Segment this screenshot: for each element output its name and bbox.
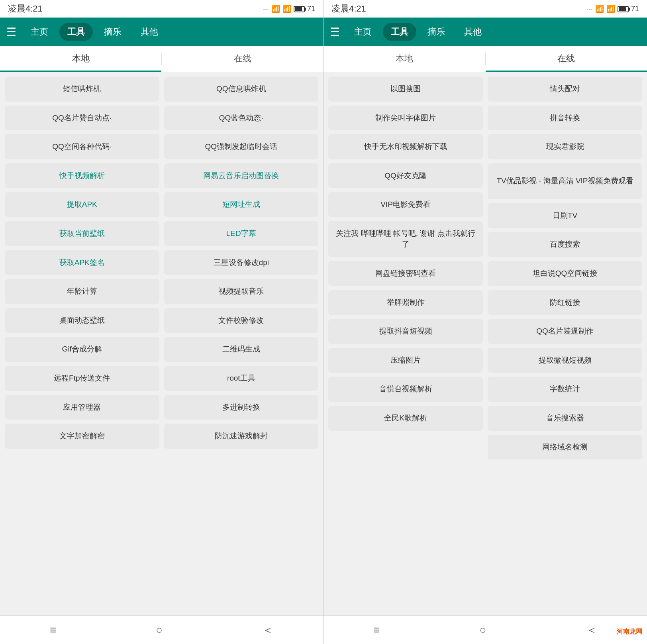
online-item-1[interactable]: QQ蓝色动态· — [164, 106, 319, 131]
menu-icon-right[interactable]: ☰ — [330, 26, 340, 39]
local-item-4[interactable]: 提取APK — [5, 192, 159, 217]
bottom-home-btn-right[interactable]: ○ — [470, 620, 496, 640]
local-item-7[interactable]: 年龄计算 — [5, 279, 159, 304]
local-item-11[interactable]: 应用管理器 — [5, 395, 159, 420]
local-item-5[interactable]: 获取当前壁纸 — [5, 221, 159, 246]
nav-bar-left: ☰ 主页 工具 摘乐 其他 — [0, 18, 323, 46]
local-item-2[interactable]: QQ空间各种代码· — [5, 134, 159, 159]
online-item-12[interactable]: 防沉迷游戏解封 — [164, 424, 319, 449]
online-column-left: QQ信息哄炸机 QQ蓝色动态· QQ强制发起临时会话 网易云音乐启动图替换 短网… — [164, 77, 319, 611]
bottom-nav-right: ≡ ○ ＜ — [324, 615, 647, 644]
local-r-item-2[interactable]: 快手无水印视频解析下载 — [328, 134, 483, 159]
online-r-item-7[interactable]: 防红链接 — [488, 290, 642, 315]
online-r-item-3[interactable]: TV优品影视 - 海量高清 VIP视频免费观看 — [488, 163, 642, 199]
battery-icon-left — [294, 6, 305, 12]
online-item-11[interactable]: 多进制转换 — [164, 395, 319, 420]
signal-bar1-icon-right: 📶 — [595, 4, 604, 13]
sub-tab-local-right[interactable]: 本地 — [324, 46, 485, 72]
bottom-menu-btn-left[interactable]: ≡ — [40, 620, 66, 640]
watermark: 河南龙网 — [617, 628, 642, 636]
nav-tab-home-left[interactable]: 主页 — [23, 23, 56, 41]
local-column-left: 短信哄炸机 QQ名片赞自动点· QQ空间各种代码· 快手视频解析 提取APK 获… — [5, 77, 159, 611]
nav-tab-other-right[interactable]: 其他 — [456, 23, 490, 41]
online-r-item-10[interactable]: 字数统计 — [488, 377, 642, 402]
nav-tab-tools-left[interactable]: 工具 — [59, 23, 93, 41]
online-r-item-0[interactable]: 情头配对 — [488, 77, 642, 102]
nav-tab-tools-right[interactable]: 工具 — [383, 23, 416, 41]
online-r-item-11[interactable]: 音乐搜索器 — [488, 406, 642, 431]
nav-bar-right: ☰ 主页 工具 摘乐 其他 — [324, 18, 647, 46]
online-r-item-6[interactable]: 坦白说QQ空间链接 — [488, 261, 642, 286]
status-bar-right: 凌晨4:21 ··· 📶 📶 71 — [324, 0, 647, 18]
local-item-0[interactable]: 短信哄炸机 — [5, 77, 159, 102]
local-r-item-6[interactable]: 网盘链接密码查看 — [328, 261, 483, 286]
local-r-item-5[interactable]: 关注我 哔哩哔哩 帐号吧, 谢谢 点击我就行了 — [328, 221, 483, 257]
bottom-nav-left: ≡ ○ ＜ — [0, 615, 323, 644]
sub-tab-local-left[interactable]: 本地 — [0, 46, 161, 72]
local-r-item-4[interactable]: VIP电影免费看 — [328, 192, 483, 217]
local-item-1[interactable]: QQ名片赞自动点· — [5, 106, 159, 131]
online-item-0[interactable]: QQ信息哄炸机 — [164, 77, 319, 102]
nav-tab-other-left[interactable]: 其他 — [133, 23, 166, 41]
online-r-item-9[interactable]: 提取微视短视频 — [488, 348, 642, 373]
online-item-5[interactable]: LED字幕 — [164, 221, 319, 246]
online-r-item-8[interactable]: QQ名片装逼制作 — [488, 319, 642, 344]
local-r-item-3[interactable]: QQ好友克隆 — [328, 163, 483, 188]
local-item-3[interactable]: 快手视频解析 — [5, 163, 159, 188]
online-item-8[interactable]: 文件校验修改 — [164, 308, 319, 333]
wifi-icon: 📶 — [282, 4, 291, 13]
nav-tab-home-right[interactable]: 主页 — [346, 23, 380, 41]
bottom-back-btn-left[interactable]: ＜ — [253, 619, 283, 641]
online-r-item-1[interactable]: 拼音转换 — [488, 106, 642, 131]
content-right: 以图搜图 制作尖叫字体图片 快手无水印视频解析下载 QQ好友克隆 VIP电影免费… — [324, 72, 647, 615]
signal-bar1-icon: 📶 — [271, 4, 280, 13]
signal-dots-icon: ··· — [263, 5, 269, 13]
local-item-12[interactable]: 文字加密解密 — [5, 424, 159, 449]
local-r-item-0[interactable]: 以图搜图 — [328, 77, 483, 102]
sub-tabs-right: 本地 在线 — [324, 46, 647, 72]
online-item-10[interactable]: root工具 — [164, 366, 319, 391]
nav-tab-zhaile-left[interactable]: 摘乐 — [96, 23, 129, 41]
battery-percent-right: 71 — [631, 5, 639, 13]
battery-icon-right — [618, 6, 629, 12]
local-r-item-7[interactable]: 举牌照制作 — [328, 290, 483, 315]
online-r-item-2[interactable]: 现实君影院 — [488, 134, 642, 159]
online-item-9[interactable]: 二维码生成 — [164, 337, 319, 362]
online-item-2[interactable]: QQ强制发起临时会话 — [164, 134, 319, 159]
sub-tab-online-left[interactable]: 在线 — [162, 46, 323, 72]
local-r-item-1[interactable]: 制作尖叫字体图片 — [328, 106, 483, 131]
battery-percent-left: 71 — [307, 5, 315, 13]
online-item-6[interactable]: 三星设备修改dpi — [164, 250, 319, 275]
battery-left — [294, 5, 305, 13]
status-icons-right: ··· 📶 📶 71 — [587, 4, 639, 13]
local-column-right: 以图搜图 制作尖叫字体图片 快手无水印视频解析下载 QQ好友克隆 VIP电影免费… — [328, 77, 483, 611]
online-item-4[interactable]: 短网址生成 — [164, 192, 319, 217]
local-item-8[interactable]: 桌面动态壁纸 — [5, 308, 159, 333]
bottom-back-btn-right[interactable]: ＜ — [576, 619, 607, 641]
bottom-home-btn-left[interactable]: ○ — [146, 620, 172, 640]
nav-tab-zhaile-right[interactable]: 摘乐 — [420, 23, 453, 41]
local-r-item-8[interactable]: 提取抖音短视频 — [328, 319, 483, 344]
battery-right — [618, 5, 629, 13]
online-r-item-12[interactable]: 网络域名检测 — [488, 435, 642, 460]
online-column-right: 情头配对 拼音转换 现实君影院 TV优品影视 - 海量高清 VIP视频免费观看 … — [488, 77, 642, 611]
local-item-9[interactable]: Gif合成分解 — [5, 337, 159, 362]
phone-right: 凌晨4:21 ··· 📶 📶 71 ☰ 主页 工具 摘乐 其他 — [324, 0, 647, 644]
bottom-menu-btn-right[interactable]: ≡ — [364, 620, 389, 640]
online-r-item-4[interactable]: 日剧TV — [488, 203, 642, 228]
local-r-item-9[interactable]: 压缩图片 — [328, 348, 483, 373]
online-item-7[interactable]: 视频提取音乐 — [164, 279, 319, 304]
local-item-10[interactable]: 远程Ftp传送文件 — [5, 366, 159, 391]
online-item-3[interactable]: 网易云音乐启动图替换 — [164, 163, 319, 188]
wifi-icon-right: 📶 — [606, 4, 615, 13]
sub-tab-online-right[interactable]: 在线 — [486, 46, 647, 72]
local-r-item-11[interactable]: 全民K歌解析 — [328, 406, 483, 431]
local-r-item-10[interactable]: 音悦台视频解析 — [328, 377, 483, 402]
online-r-item-5[interactable]: 百度搜索 — [488, 232, 642, 257]
local-item-6[interactable]: 获取APK签名 — [5, 250, 159, 275]
content-left: 短信哄炸机 QQ名片赞自动点· QQ空间各种代码· 快手视频解析 提取APK 获… — [0, 72, 323, 615]
signal-dots-icon-right: ··· — [587, 5, 593, 13]
status-time-right: 凌晨4:21 — [331, 3, 366, 15]
menu-icon-left[interactable]: ☰ — [6, 26, 16, 39]
sub-tabs-left: 本地 在线 — [0, 46, 323, 72]
